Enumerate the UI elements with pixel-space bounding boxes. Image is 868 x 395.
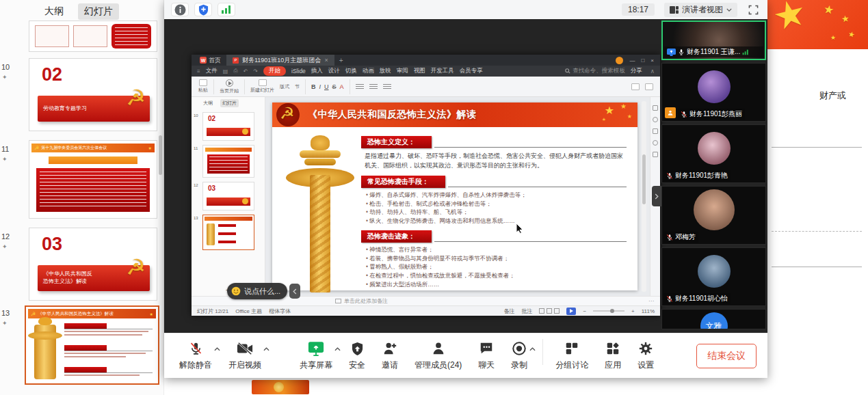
material-icon[interactable] <box>653 128 658 134</box>
breakout-rooms-button[interactable]: 分组讨论 <box>551 340 592 371</box>
chevron-up-icon[interactable] <box>529 344 536 353</box>
menu-devtools[interactable]: 开发工具 <box>431 67 454 75</box>
chevron-up-icon[interactable] <box>334 344 341 353</box>
panel-scrollbar[interactable] <box>159 135 162 175</box>
invite-button[interactable]: 邀请 <box>378 340 402 371</box>
chat-button[interactable]: 聊天 <box>474 340 499 371</box>
menu-transition[interactable]: 切换 <box>345 67 357 75</box>
paste-button[interactable]: 粘贴 <box>198 79 208 94</box>
font-color-button[interactable]: A <box>340 83 344 90</box>
italic-button[interactable]: I <box>319 83 321 90</box>
wps-mini-thumb-10[interactable]: 02 <box>202 112 254 141</box>
bullet-list-button[interactable] <box>383 84 391 89</box>
menu-design[interactable]: 设计 <box>328 67 340 75</box>
bold-button[interactable]: B <box>311 83 316 90</box>
menu-review[interactable]: 审阅 <box>397 67 408 75</box>
assistant-icon[interactable] <box>653 117 658 122</box>
underline-button[interactable]: U <box>324 83 329 90</box>
network-quality-button[interactable] <box>218 3 235 16</box>
apps-button[interactable]: 应用 <box>601 340 625 371</box>
menu-file[interactable]: 文件 <box>206 67 218 75</box>
hamburger-icon[interactable]: ≡ <box>197 68 200 74</box>
align-center-button[interactable] <box>369 84 378 89</box>
unmute-button[interactable]: 解除静音 <box>175 340 216 371</box>
zoom-minus[interactable]: − <box>583 308 586 314</box>
print-icon[interactable]: ⎙ <box>233 68 237 74</box>
save-icon[interactable]: ▤ <box>223 68 228 74</box>
undo-icon[interactable]: ↶ <box>244 68 248 74</box>
participant-tile[interactable]: 财务11901彭青艳 <box>661 124 766 183</box>
wps-mini-thumb-13-selected[interactable] <box>202 215 254 250</box>
manage-members-button[interactable]: 管理成员(24) <box>410 340 466 371</box>
tab-slides[interactable]: 幻灯片 <box>78 3 119 20</box>
wps-mini-thumb-11[interactable] <box>202 145 254 178</box>
section-button[interactable]: 节 <box>295 83 300 90</box>
chevron-up-icon[interactable] <box>214 344 220 353</box>
menu-member[interactable]: 会员专享 <box>460 67 483 75</box>
meeting-info-button[interactable] <box>171 3 189 16</box>
redo-icon[interactable]: ↷ <box>253 68 258 74</box>
zoom-knob[interactable] <box>610 309 614 313</box>
more-panel-icon[interactable] <box>653 152 658 157</box>
reading-view-icon[interactable] <box>554 308 560 314</box>
view-mode-button[interactable]: 演讲者视图 <box>664 3 737 17</box>
more-icon[interactable]: ⋯ <box>648 298 655 304</box>
share-button[interactable]: 分享 <box>631 67 642 75</box>
menu-animation[interactable]: 动画 <box>363 67 374 75</box>
tab-close-icon[interactable]: × <box>324 57 328 64</box>
sorter-view-icon[interactable] <box>547 308 552 314</box>
record-button[interactable]: 录制 <box>507 340 531 371</box>
security-button[interactable]: 安全 <box>345 340 369 371</box>
comments-toggle[interactable]: 批注 <box>521 308 532 315</box>
participants-collapse-handle[interactable] <box>652 186 661 206</box>
participant-tile[interactable]: 财务11901彭燕丽 <box>661 63 766 122</box>
properties-icon[interactable] <box>653 105 658 111</box>
fullscreen-button[interactable] <box>746 3 761 16</box>
minimize-icon[interactable]: — <box>629 57 635 64</box>
participant-tile[interactable]: 邓梅芳 <box>661 186 766 245</box>
share-screen-button[interactable]: 共享屏幕 <box>295 340 337 371</box>
new-tab-button[interactable]: + <box>339 57 343 64</box>
notes-toggle[interactable]: 备注 <box>503 308 514 315</box>
menu-home-active[interactable]: 开始 <box>263 66 286 76</box>
menu-insert[interactable]: 插入 <box>311 67 323 75</box>
menu-view[interactable]: 视图 <box>414 67 425 75</box>
chat-input-bubble[interactable]: 说点什么... <box>227 283 287 299</box>
meeting-protection-button[interactable] <box>194 3 212 16</box>
wps-home-tab[interactable]: W 首页 <box>194 55 226 66</box>
strike-button[interactable]: S <box>332 83 337 90</box>
chat-collapse-button[interactable] <box>289 284 300 299</box>
slide-thumb-10[interactable]: 02 劳动教育专题学习 ☭ <box>29 58 157 131</box>
close-icon[interactable]: × <box>650 57 654 64</box>
find-replace-icon[interactable] <box>631 83 640 90</box>
scrollbar-thumb[interactable] <box>642 154 646 204</box>
participant-tile-partial[interactable]: 文雅 <box>661 309 766 329</box>
slide-thumb-9-partial[interactable] <box>29 21 157 52</box>
chevron-up-icon[interactable] <box>263 344 269 353</box>
end-meeting-button[interactable]: 结束会议 <box>696 344 757 368</box>
menu-islide[interactable]: iSlide <box>291 68 306 74</box>
new-slide-button[interactable]: 新建幻灯片 <box>250 79 274 94</box>
slide-thumb-13-selected[interactable]: ☭ 《中华人民共和国反恐怖主义法》解读 ★ <box>25 305 159 385</box>
slideshow-play-button[interactable] <box>566 308 576 315</box>
wps-tab-outline[interactable]: 大纲 <box>201 99 215 107</box>
zoom-slider[interactable] <box>593 310 624 312</box>
wps-account-avatar[interactable] <box>616 57 623 64</box>
participant-tile[interactable]: 财务11901胡心怡 <box>661 247 766 306</box>
wps-mini-thumb-12[interactable]: 03 <box>202 182 254 210</box>
current-slide[interactable]: ☭ 《中华人民共和国反恐怖主义法》解读 ★ ★ ★ ★ <box>272 103 637 290</box>
editor-scrollbar[interactable] <box>642 101 646 292</box>
select-icon[interactable] <box>645 83 653 90</box>
participant-tile-active-speaker[interactable]: 财务11901 王谦... <box>661 21 766 60</box>
start-video-button[interactable]: 开启视频 <box>224 340 265 371</box>
wps-tab-slides[interactable]: 幻灯片 <box>220 99 239 107</box>
play-from-current-button[interactable]: 当页开始 <box>220 79 239 94</box>
settings-button[interactable]: 设置 <box>633 340 658 371</box>
zoom-plus[interactable]: + <box>631 308 635 314</box>
slide-thumb-12[interactable]: 03 《中华人民共和国反 恐怖主义法》解读 ☭ <box>29 228 157 301</box>
tab-outline[interactable]: 大纲 <box>38 3 70 20</box>
help-icon[interactable] <box>653 140 658 146</box>
menu-slideshow[interactable]: 放映 <box>380 67 391 75</box>
layout-button[interactable]: 版式 <box>280 83 289 90</box>
ribbon-collapse-icon[interactable]: ∧ <box>650 68 655 74</box>
